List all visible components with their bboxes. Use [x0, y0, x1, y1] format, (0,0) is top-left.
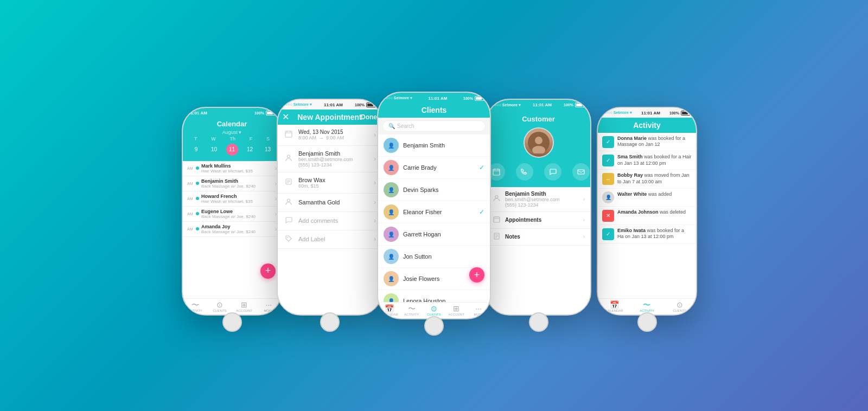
cal-date-9[interactable]: 9: [190, 144, 202, 156]
phone2-form-comments[interactable]: Add comments ›: [278, 212, 381, 230]
phone2-client-name: Benjamin Smith: [298, 150, 369, 157]
phone2: ○○○○ Setmore ▾ 11:01 AM 100% ✕ New Appoi…: [277, 99, 382, 316]
activity-item-4[interactable]: 👤 Walter White was added: [598, 189, 696, 207]
phone2-form-staff[interactable]: Samantha Gold ›: [278, 194, 381, 212]
client-item-2[interactable]: 👤 Carrie Brady ✓: [378, 157, 490, 179]
appt-item-4[interactable]: AM Eugene Lowe Back Massage w/ Joe, $240…: [183, 207, 281, 222]
phone5-tab-calendar[interactable]: 📅 CALENDAR: [598, 299, 630, 314]
phone5-title: Activity: [633, 121, 661, 130]
phones-container: 11:01 AM 100% Calendar August ▾: [0, 0, 868, 411]
cal-date-10[interactable]: 10: [208, 144, 220, 156]
cal-date-13[interactable]: 13: [262, 144, 274, 156]
activity-text-5: Amanda Johnson was deleted: [617, 209, 692, 216]
activity-avatar-4: 👤: [602, 191, 614, 203]
client-item-1[interactable]: 👤 Benjamin Smith: [378, 134, 490, 157]
phone4-info-notes[interactable]: Notes ›: [487, 229, 590, 246]
appt-info-3: Howard French Hair Wash w/ Michael, $35: [201, 194, 273, 204]
phone4-inner: ○○○○ Setmore ▾ 11:01 AM 100% Customer: [487, 100, 590, 314]
day-t: T: [194, 136, 197, 142]
phone3-tab-calendar-label: CALENDAR: [380, 313, 398, 316]
phone5-tab-clients[interactable]: ⊙ CLIENTS: [663, 299, 696, 314]
phone4-phone-btn[interactable]: [516, 163, 533, 181]
cal-date-12[interactable]: 12: [244, 144, 256, 156]
phone4-email-btn[interactable]: [572, 163, 590, 181]
day-w: W: [211, 136, 216, 142]
day-th: Th: [229, 136, 235, 142]
appt-item-2[interactable]: AM Benjamin Smith Back Massage w/ Joe, $…: [183, 176, 281, 191]
svg-rect-0: [285, 131, 292, 137]
activity-item-2[interactable]: ✓ Sma Smith was booked for a Hair on Jan…: [598, 151, 696, 170]
tab-account[interactable]: ⊞ ACCOUNT: [232, 299, 257, 314]
phone5-clients-icon: ⊙: [676, 301, 683, 309]
activity-item-1[interactable]: ✓ Donna Marie was booked for a Massage o…: [598, 133, 696, 151]
cal-date-11[interactable]: 11: [226, 144, 238, 156]
client-item-8[interactable]: 👤 Lenora Houston: [378, 290, 490, 302]
phone2-inner: ○○○○ Setmore ▾ 11:01 AM 100% ✕ New Appoi…: [278, 100, 381, 314]
phone1-battery-text: 100%: [254, 111, 264, 115]
activity-item-6[interactable]: ✓ Emiko Iwata was booked for a Ha on Jan…: [598, 225, 696, 243]
svg-point-19: [495, 196, 498, 198]
label-icon: [283, 235, 294, 244]
more-tab-icon: ···: [266, 301, 272, 309]
phone3-tab-calendar[interactable]: 📅 CALENDAR: [378, 303, 400, 318]
phone2-done-btn[interactable]: Done: [361, 113, 377, 121]
phone3-home-button[interactable]: [424, 316, 444, 336]
phone5-status-bar: ○○○○ Setmore ▾ 11:01 AM 100%: [598, 108, 696, 118]
phone1-fab[interactable]: +: [260, 264, 276, 279]
phone2-comments-label: Add comments: [298, 217, 369, 224]
phone3-tab-account[interactable]: ⊞ ACCOUNT: [445, 303, 468, 318]
tab-activity[interactable]: 〜 ACTIVITY: [183, 299, 207, 314]
phone4-message-btn[interactable]: [544, 163, 561, 181]
client-item-6[interactable]: 👤 Jon Sutton: [378, 246, 490, 268]
svg-point-10: [287, 237, 288, 238]
client-item-3[interactable]: 👤 Devin Sparks: [378, 179, 490, 201]
phone2-form-label[interactable]: Add Label ›: [278, 230, 381, 249]
phone2-form-client[interactable]: Benjamin Smith ben.smith@setmore.com (55…: [278, 146, 381, 172]
phone2-client-phone: (555) 123-1234: [298, 162, 369, 168]
svg-point-9: [288, 199, 290, 202]
phone3-fab[interactable]: +: [469, 267, 484, 282]
tab-activity-label: ACTIVITY: [188, 309, 202, 312]
client-item-4[interactable]: 👤 Eleanor Fisher ✓: [378, 201, 490, 223]
client-name-5: Garrett Hogan: [403, 231, 484, 237]
phone4-info-appointments[interactable]: Appointments ›: [487, 212, 590, 229]
phone5: ○○○○ Setmore ▾ 11:01 AM 100% Activity: [597, 107, 697, 316]
svg-rect-14: [493, 169, 500, 175]
phone4-wrapper: ○○○○ Setmore ▾ 11:01 AM 100% Customer: [486, 99, 591, 316]
phone3-clients-icon: ⊙: [431, 305, 437, 312]
client-avatar-3: 👤: [384, 182, 399, 197]
client-item-5[interactable]: 👤 Garrett Hogan: [378, 223, 490, 246]
appt-item-5[interactable]: AM Amanda Joy Back Massage w/ Joe, $240 …: [183, 222, 281, 237]
activity-text-3: Bobby Ray was moved from Jan to Jan 7 at…: [617, 172, 692, 185]
appt-item-3[interactable]: AM Howard French Hair Wash w/ Michael, $…: [183, 191, 281, 207]
phone2-form-service[interactable]: Brow Wax 60m, $15 ›: [278, 172, 381, 194]
appt-time-3: AM: [187, 197, 194, 201]
phone4-home-button[interactable]: [529, 312, 548, 332]
activity-item-5[interactable]: ✕ Amanda Johnson was deleted: [598, 207, 696, 225]
activity-badge-3: ↔: [602, 173, 614, 185]
phone4-status-right: 100%: [564, 102, 585, 107]
phone5-status-right: 100%: [669, 111, 691, 115]
phone3-search-input[interactable]: 🔍 Search: [382, 120, 486, 132]
phone5-activity-icon: 〜: [643, 301, 650, 309]
phone4-appointments-icon: [492, 216, 501, 224]
phone4-info-contact[interactable]: Benjamin Smith ben.smith@setmore.com (55…: [487, 187, 590, 212]
client-check-2: ✓: [479, 164, 484, 171]
appt-item-1[interactable]: AM Mark Mullins Hair Wash w/ Michael, $3…: [183, 161, 281, 176]
phone3-tab-activity[interactable]: 〜 ACTIVITY: [400, 303, 423, 318]
client-avatar-8: 👤: [384, 293, 399, 302]
phone1: 11:01 AM 100% Calendar August ▾: [182, 107, 282, 316]
phone5-home-button[interactable]: [637, 312, 657, 332]
phone2-form-date[interactable]: Wed, 13 Nov 2015 8:00 AM → 9:00 AM ›: [278, 125, 381, 146]
appt-detail-3: Hair Wash w/ Michael, $35: [201, 199, 273, 204]
phone1-battery-icon: [266, 111, 276, 115]
phone2-comments-content: Add comments: [298, 217, 369, 224]
phone3-battery-text: 100%: [463, 97, 473, 100]
phone1-home-button[interactable]: [222, 312, 242, 332]
phone2-status-right: 100%: [355, 102, 376, 107]
activity-item-3[interactable]: ↔ Bobby Ray was moved from Jan to Jan 7 …: [598, 170, 696, 188]
phone2-close-btn[interactable]: ✕: [282, 112, 289, 122]
phone2-home-button[interactable]: [320, 312, 340, 332]
phone2-battery-icon: [366, 102, 376, 107]
tab-clients[interactable]: ⊙ CLIENTS: [207, 299, 232, 314]
